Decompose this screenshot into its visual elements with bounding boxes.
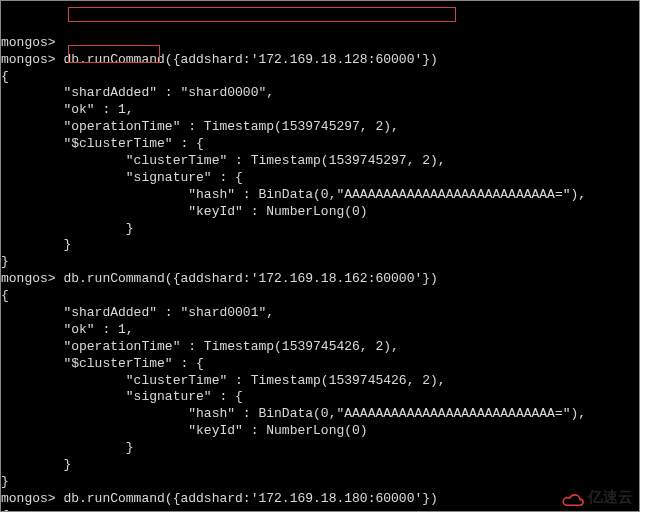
terminal-output: mongos>mongos> db.runCommand({addshard:'… [1,35,639,512]
terminal-line: "signature" : { [1,389,639,406]
terminal-line: "$clusterTime" : { [1,356,639,373]
terminal-line: "ok" : 1, [1,102,639,119]
terminal-line: "hash" : BinData(0,"AAAAAAAAAAAAAAAAAAAA… [1,406,639,423]
watermark-text: 亿速云 [588,487,633,507]
highlight-box-command [68,7,456,22]
terminal-line: } [1,474,639,491]
terminal-line: "clusterTime" : Timestamp(1539745297, 2)… [1,153,639,170]
terminal-line: "keyId" : NumberLong(0) [1,204,639,221]
terminal-line: mongos> [1,35,639,52]
terminal-line: "clusterTime" : Timestamp(1539745426, 2)… [1,373,639,390]
terminal-line: "operationTime" : Timestamp(1539745297, … [1,119,639,136]
terminal-line: "$clusterTime" : { [1,136,639,153]
terminal-line: mongos> db.runCommand({addshard:'172.169… [1,271,639,288]
terminal-line: "operationTime" : Timestamp(1539745426, … [1,339,639,356]
terminal-line: mongos> db.runCommand({addshard:'172.169… [1,491,639,508]
terminal-line: } [1,221,639,238]
terminal-line: } [1,254,639,271]
terminal-line: "signature" : { [1,170,639,187]
terminal-line: "shardAdded" : "shard0000", [1,85,639,102]
terminal-line: { [1,508,639,512]
terminal-line: { [1,288,639,305]
terminal-line: "keyId" : NumberLong(0) [1,423,639,440]
watermark: 亿速云 [560,486,633,508]
cloud-logo-icon [560,486,586,508]
terminal-line: { [1,69,639,86]
terminal-line: } [1,457,639,474]
terminal-line: "ok" : 1, [1,322,639,339]
terminal-line: "hash" : BinData(0,"AAAAAAAAAAAAAAAAAAAA… [1,187,639,204]
terminal-line: } [1,440,639,457]
terminal-line: "shardAdded" : "shard0001", [1,305,639,322]
terminal-line: } [1,237,639,254]
terminal-window: mongos>mongos> db.runCommand({addshard:'… [0,0,640,512]
terminal-line: mongos> db.runCommand({addshard:'172.169… [1,52,639,69]
